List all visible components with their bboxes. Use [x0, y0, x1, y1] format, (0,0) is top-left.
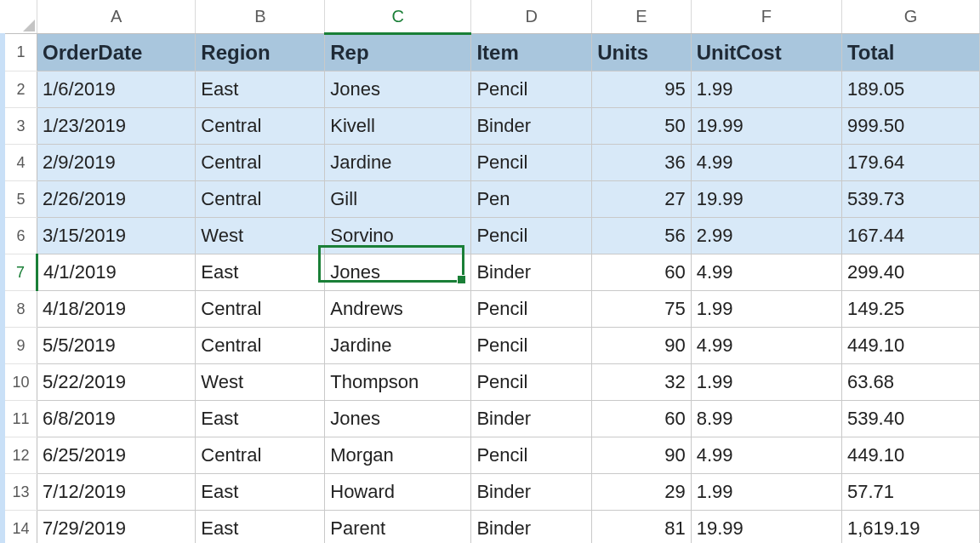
row-header[interactable]: 14	[3, 511, 37, 544]
cell[interactable]: Thompson	[325, 364, 471, 401]
cell[interactable]: 6/25/2019	[37, 437, 196, 474]
cell[interactable]: 90	[592, 437, 691, 474]
cell[interactable]: Central	[196, 145, 325, 181]
row-header[interactable]: 10	[3, 364, 37, 401]
row-header[interactable]: 7	[3, 254, 37, 291]
header-unitcost[interactable]: UnitCost	[691, 34, 841, 71]
cell[interactable]: Binder	[471, 474, 592, 511]
cell[interactable]: East	[196, 254, 325, 291]
cell[interactable]: West	[196, 218, 325, 254]
row-header[interactable]: 12	[3, 437, 37, 474]
cell[interactable]: East	[196, 71, 325, 108]
cell[interactable]: East	[196, 511, 325, 544]
select-all-corner[interactable]	[3, 0, 37, 34]
header-rep[interactable]: Rep	[325, 34, 471, 71]
header-orderdate[interactable]: OrderDate	[37, 34, 196, 71]
col-header-F[interactable]: F	[691, 0, 841, 34]
cell[interactable]: 81	[592, 511, 691, 544]
col-header-D[interactable]: D	[471, 0, 592, 34]
cell[interactable]: Jones	[325, 71, 471, 108]
row-header[interactable]: 11	[3, 401, 37, 437]
cell[interactable]: Binder	[471, 254, 592, 291]
cell[interactable]: Central	[196, 181, 325, 218]
cell[interactable]: Pencil	[471, 218, 592, 254]
cell[interactable]: Pencil	[471, 328, 592, 364]
cell[interactable]: 8.99	[691, 401, 841, 437]
cell[interactable]: 539.73	[841, 181, 979, 218]
cell[interactable]: Binder	[471, 108, 592, 145]
cell[interactable]: 7/12/2019	[37, 474, 196, 511]
cell[interactable]: 75	[592, 291, 691, 328]
header-total[interactable]: Total	[841, 34, 979, 71]
cell[interactable]: Jones	[325, 401, 471, 437]
cell[interactable]: Jardine	[325, 328, 471, 364]
row-header[interactable]: 6	[3, 218, 37, 254]
cell[interactable]: 3/15/2019	[37, 218, 196, 254]
spreadsheet-viewport[interactable]: A B C D E F G 1 OrderDate Region Rep Ite…	[0, 0, 980, 543]
cell[interactable]: 60	[592, 254, 691, 291]
row-header[interactable]: 2	[3, 71, 37, 108]
cell[interactable]: 5/5/2019	[37, 328, 196, 364]
cell[interactable]: 95	[592, 71, 691, 108]
col-header-G[interactable]: G	[841, 0, 979, 34]
row-header[interactable]: 4	[3, 145, 37, 181]
header-item[interactable]: Item	[471, 34, 592, 71]
cell[interactable]: Pen	[471, 181, 592, 218]
row-header[interactable]: 3	[3, 108, 37, 145]
cell[interactable]: Central	[196, 328, 325, 364]
cell[interactable]: 57.71	[841, 474, 979, 511]
cell[interactable]: 19.99	[691, 108, 841, 145]
cell[interactable]: 999.50	[841, 108, 979, 145]
cell[interactable]: 2/26/2019	[37, 181, 196, 218]
cell[interactable]: 1/6/2019	[37, 71, 196, 108]
cell[interactable]: 167.44	[841, 218, 979, 254]
cell[interactable]: Central	[196, 437, 325, 474]
cell[interactable]: 29	[592, 474, 691, 511]
cell[interactable]: 1,619.19	[841, 511, 979, 544]
row-header-1[interactable]: 1	[3, 34, 37, 71]
header-region[interactable]: Region	[196, 34, 325, 71]
cell[interactable]: Central	[196, 291, 325, 328]
cell[interactable]: 4/18/2019	[37, 291, 196, 328]
cell[interactable]: West	[196, 364, 325, 401]
cell[interactable]: 19.99	[691, 181, 841, 218]
cell[interactable]: Pencil	[471, 71, 592, 108]
cell[interactable]: 50	[592, 108, 691, 145]
cell[interactable]: Pencil	[471, 437, 592, 474]
cell[interactable]: 36	[592, 145, 691, 181]
cell[interactable]: Jardine	[325, 145, 471, 181]
col-header-B[interactable]: B	[196, 0, 325, 34]
cell[interactable]: 4/1/2019	[37, 254, 196, 291]
cell[interactable]: 4.99	[691, 437, 841, 474]
cell[interactable]: 1/23/2019	[37, 108, 196, 145]
cell[interactable]: 90	[592, 328, 691, 364]
cell[interactable]: 4.99	[691, 145, 841, 181]
cell[interactable]: 7/29/2019	[37, 511, 196, 544]
cell[interactable]: 27	[592, 181, 691, 218]
col-header-C[interactable]: C	[325, 0, 471, 34]
cell[interactable]: 1.99	[691, 364, 841, 401]
cell[interactable]: 299.40	[841, 254, 979, 291]
header-units[interactable]: Units	[592, 34, 691, 71]
cell[interactable]: Morgan	[325, 437, 471, 474]
cell[interactable]: 56	[592, 218, 691, 254]
cell[interactable]: 6/8/2019	[37, 401, 196, 437]
cell[interactable]: 4.99	[691, 254, 841, 291]
cell[interactable]: 2.99	[691, 218, 841, 254]
cell[interactable]: East	[196, 401, 325, 437]
cell[interactable]: 149.25	[841, 291, 979, 328]
cell[interactable]: Pencil	[471, 364, 592, 401]
cell[interactable]: Sorvino	[325, 218, 471, 254]
row-header[interactable]: 9	[3, 328, 37, 364]
col-header-A[interactable]: A	[37, 0, 196, 34]
cell[interactable]: Binder	[471, 401, 592, 437]
cell[interactable]: 2/9/2019	[37, 145, 196, 181]
cell[interactable]: Andrews	[325, 291, 471, 328]
cell[interactable]: 1.99	[691, 474, 841, 511]
cell[interactable]: 63.68	[841, 364, 979, 401]
cell[interactable]: 449.10	[841, 328, 979, 364]
cell[interactable]: Pencil	[471, 291, 592, 328]
spreadsheet-grid[interactable]: A B C D E F G 1 OrderDate Region Rep Ite…	[0, 0, 980, 543]
cell[interactable]: 19.99	[691, 511, 841, 544]
cell[interactable]: Central	[196, 108, 325, 145]
